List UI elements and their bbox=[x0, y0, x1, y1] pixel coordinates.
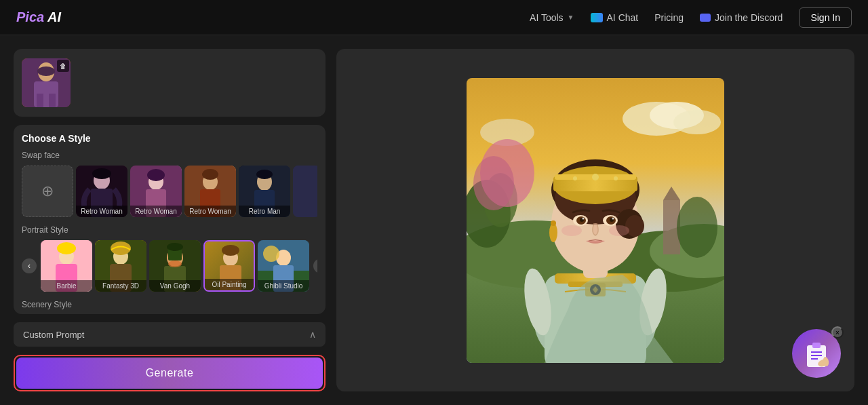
result-image bbox=[467, 78, 724, 363]
svg-point-46 bbox=[263, 246, 279, 262]
svg-point-61 bbox=[473, 156, 514, 210]
chatbot-svg bbox=[803, 340, 830, 367]
style-thumb-retro-woman-2[interactable]: Retro Woman bbox=[130, 166, 182, 217]
chevron-up-icon: ∧ bbox=[309, 329, 316, 340]
style-thumb-retro-man[interactable]: Retro Man bbox=[239, 166, 290, 217]
swap-face-label: Swap face bbox=[22, 151, 317, 160]
main-nav: AI Tools ▼ AI Chat Pricing Join the Disc… bbox=[530, 7, 852, 28]
portrait-prev-button[interactable]: ‹ bbox=[22, 258, 37, 273]
right-panel: × bbox=[336, 49, 854, 391]
style-label: Retro Woman bbox=[184, 206, 236, 217]
nav-pricing[interactable]: Pricing bbox=[654, 12, 684, 23]
svg-point-90 bbox=[561, 225, 582, 236]
ai-chat-icon bbox=[591, 13, 603, 22]
style-thumb-more[interactable] bbox=[293, 166, 317, 217]
svg-point-21 bbox=[256, 170, 273, 179]
generate-button-wrapper: Generate bbox=[14, 355, 326, 391]
style-thumb-fantasy-3d[interactable]: Fantasty 3D bbox=[95, 240, 146, 292]
generate-button[interactable]: Generate bbox=[16, 358, 323, 389]
style-scroll-area[interactable]: Swap face ⊕ bbox=[22, 151, 317, 314]
svg-point-3 bbox=[37, 66, 55, 76]
style-thumb-retro-woman-3[interactable]: Retro Woman bbox=[184, 166, 236, 217]
svg-point-62 bbox=[677, 197, 717, 258]
uploaded-image-thumb: 🗑 bbox=[22, 58, 71, 107]
svg-point-50 bbox=[673, 110, 721, 134]
discord-icon bbox=[700, 14, 711, 22]
svg-rect-98 bbox=[812, 343, 821, 348]
chatbot-widget: × bbox=[792, 329, 841, 378]
left-panel: 🗑 Choose A Style Swap face ⊕ bbox=[14, 49, 326, 391]
style-label: Retro Woman bbox=[130, 206, 182, 217]
svg-point-17 bbox=[202, 169, 218, 180]
style-label: Fantasty 3D bbox=[95, 280, 146, 292]
swap-face-upload[interactable]: ⊕ bbox=[22, 166, 73, 217]
style-thumb-barbie[interactable]: Barbie bbox=[41, 240, 92, 292]
svg-point-91 bbox=[609, 225, 629, 236]
nav-ai-tools[interactable]: AI Tools ▼ bbox=[530, 12, 574, 23]
svg-point-41 bbox=[222, 245, 239, 256]
svg-rect-4 bbox=[37, 94, 43, 107]
svg-point-81 bbox=[614, 176, 618, 180]
nav-ai-chat[interactable]: AI Chat bbox=[591, 12, 639, 23]
portrait-next-button[interactable]: › bbox=[313, 258, 317, 273]
svg-point-89 bbox=[612, 217, 614, 219]
style-label: Van Gogh bbox=[149, 280, 201, 292]
svg-point-80 bbox=[573, 176, 577, 180]
svg-rect-22 bbox=[293, 166, 317, 217]
style-thumb-oil-painting[interactable]: Oil Painting bbox=[203, 240, 255, 292]
logo[interactable]: Pica AI bbox=[16, 9, 530, 25]
delete-image-button[interactable]: 🗑 bbox=[57, 60, 69, 72]
style-section-title: Choose A Style bbox=[22, 133, 317, 144]
svg-point-75 bbox=[625, 215, 644, 237]
svg-point-26 bbox=[57, 242, 76, 254]
svg-point-36 bbox=[168, 261, 182, 267]
style-label: Retro Woman bbox=[76, 206, 127, 217]
style-thumb-van-gogh[interactable]: Van Gogh bbox=[149, 240, 201, 292]
custom-prompt-label: Custom Prompt bbox=[23, 330, 84, 340]
sign-in-button[interactable]: Sign In bbox=[799, 7, 852, 28]
svg-rect-5 bbox=[49, 94, 56, 107]
style-thumb-retro-woman-1[interactable]: Retro Woman bbox=[76, 166, 127, 217]
svg-point-13 bbox=[147, 169, 165, 181]
svg-point-35 bbox=[167, 243, 183, 251]
chevron-down-icon: ▼ bbox=[568, 14, 574, 21]
svg-point-79 bbox=[592, 174, 599, 180]
style-label: Retro Man bbox=[239, 206, 290, 217]
portrait-svg bbox=[467, 78, 724, 363]
nav-discord[interactable]: Join the Discord bbox=[700, 12, 783, 23]
swap-face-row: ⊕ Retro Woman bbox=[22, 166, 317, 217]
svg-point-88 bbox=[583, 217, 585, 219]
style-label: Barbie bbox=[41, 280, 92, 292]
style-thumb-ghibli[interactable]: Ghibli Studio bbox=[258, 240, 309, 292]
style-section: Choose A Style Swap face ⊕ bbox=[14, 125, 326, 314]
portrait-style-row: ‹ Barbie bbox=[22, 240, 317, 292]
scenery-style-label: Scenery Style bbox=[22, 300, 317, 309]
upload-icon: ⊕ bbox=[41, 182, 54, 200]
style-label: Oil Painting bbox=[205, 279, 254, 290]
svg-point-92 bbox=[549, 223, 557, 242]
custom-prompt-toggle[interactable]: Custom Prompt ∧ bbox=[14, 322, 326, 347]
svg-point-9 bbox=[92, 168, 111, 179]
portrait-style-label: Portrait Style bbox=[22, 225, 317, 235]
svg-point-93 bbox=[551, 220, 556, 226]
chatbot-close-button[interactable]: × bbox=[831, 326, 844, 339]
upload-area[interactable]: 🗑 bbox=[14, 49, 326, 117]
style-label: Ghibli Studio bbox=[258, 280, 309, 292]
